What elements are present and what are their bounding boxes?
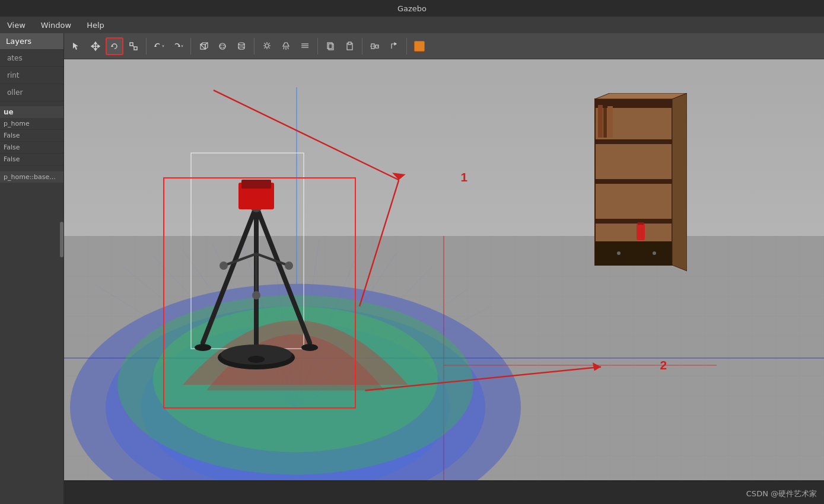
property-section: ue p_home False False False	[0, 106, 63, 165]
menu-help[interactable]: Help	[82, 20, 109, 31]
sep1	[146, 38, 147, 55]
svg-marker-0	[73, 43, 78, 50]
svg-marker-4	[94, 49, 97, 50]
prop-row-1[interactable]: False	[0, 130, 63, 142]
svg-point-18	[219, 43, 225, 49]
watermark: CSDN @硬件艺术家	[746, 489, 817, 499]
sep6	[406, 38, 407, 55]
prop-key-2: False	[4, 143, 60, 151]
prop-row-3[interactable]: False	[0, 154, 63, 165]
menubar: View Window Help	[0, 17, 824, 33]
3d-scene: 1 2	[64, 59, 824, 480]
prop-key-1: False	[4, 132, 60, 139]
svg-marker-12	[178, 44, 180, 47]
panel-rint: rint	[4, 69, 60, 81]
svg-line-32	[265, 47, 265, 48]
svg-rect-9	[134, 47, 137, 50]
svg-rect-43	[348, 42, 351, 44]
svg-point-101	[195, 344, 211, 351]
sep5	[362, 38, 362, 55]
snap-button[interactable]	[385, 37, 403, 55]
svg-line-10	[133, 46, 134, 47]
svg-point-93	[219, 261, 228, 270]
svg-point-102	[301, 344, 318, 351]
svg-rect-98	[241, 180, 271, 189]
sep2	[190, 38, 191, 55]
insert-cylinder-button[interactable]	[233, 37, 250, 55]
layers-tab[interactable]: Layers	[0, 33, 63, 50]
left-panel: Layers ates rint oller ue p_home False F…	[0, 33, 64, 504]
orange-action-button[interactable]	[411, 37, 428, 55]
redo-button[interactable]: ▾	[169, 37, 187, 55]
svg-line-90	[224, 254, 256, 266]
robot-svg	[155, 135, 357, 384]
svg-point-21	[238, 47, 244, 49]
prop-header: ue	[0, 106, 63, 118]
svg-point-19	[219, 45, 225, 47]
robot-object	[155, 135, 357, 384]
svg-line-30	[269, 47, 269, 48]
svg-marker-6	[98, 45, 100, 47]
svg-line-34	[284, 47, 284, 49]
insert-sphere-button[interactable]	[214, 37, 231, 55]
menu-view[interactable]: View	[2, 20, 30, 31]
sep4	[317, 38, 318, 55]
svg-point-20	[238, 43, 244, 45]
dir-light-button[interactable]	[296, 37, 314, 55]
toolbar: ▾ ▾	[64, 33, 824, 59]
svg-point-103	[248, 356, 265, 363]
svg-marker-47	[394, 43, 396, 45]
align-button-1[interactable]	[366, 37, 384, 55]
svg-marker-33	[283, 43, 289, 46]
undo-button[interactable]: ▾	[150, 37, 168, 55]
spot-light-button[interactable]	[277, 37, 295, 55]
bottom-prop-label: p_home::base...	[0, 171, 63, 183]
prop-row-2[interactable]: False	[0, 142, 63, 154]
insert-box-button[interactable]	[195, 37, 212, 55]
scroll-handle[interactable]	[60, 222, 63, 257]
prop-key-0: p_home	[4, 120, 60, 127]
titlebar: Gazebo	[0, 0, 824, 17]
svg-line-29	[265, 43, 265, 43]
svg-marker-5	[91, 45, 93, 47]
svg-point-94	[285, 261, 293, 270]
svg-marker-11	[154, 44, 157, 47]
title-text: Gazebo	[397, 4, 427, 13]
sep3	[254, 38, 254, 55]
menu-window[interactable]: Window	[36, 20, 76, 31]
rotate-tool-button[interactable]	[106, 37, 123, 55]
select-tool-button[interactable]	[68, 37, 85, 55]
statusbar	[0, 480, 824, 504]
point-light-button[interactable]	[258, 37, 276, 55]
svg-line-89	[256, 206, 310, 343]
prop-key-3: False	[4, 155, 60, 163]
panel-oller: oller	[4, 87, 60, 98]
svg-line-87	[203, 206, 256, 343]
scale-tool-button[interactable]	[125, 37, 142, 55]
panel-ates: ates	[4, 52, 60, 64]
svg-point-95	[252, 291, 260, 299]
prop-row-0[interactable]: p_home	[0, 118, 63, 130]
svg-point-24	[265, 44, 269, 47]
svg-marker-3	[94, 42, 97, 44]
copy-button[interactable]	[322, 37, 339, 55]
paste-button[interactable]	[341, 37, 358, 55]
svg-rect-8	[130, 43, 133, 46]
svg-line-36	[288, 47, 288, 49]
viewport[interactable]: 1 2	[64, 59, 824, 480]
translate-tool-button[interactable]	[87, 37, 104, 55]
svg-line-91	[256, 254, 289, 266]
svg-line-31	[269, 43, 269, 43]
